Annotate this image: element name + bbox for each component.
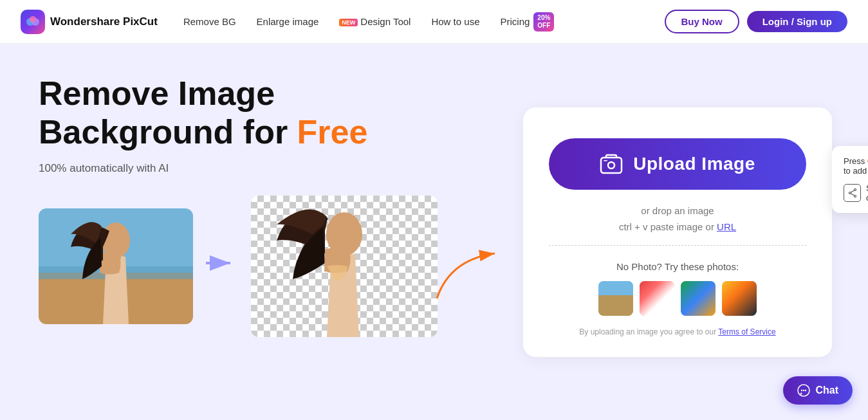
upload-card: Upload Image or drop an image ctrl + v p…	[523, 107, 832, 357]
logo-area[interactable]: Wondershare PixCut	[21, 10, 158, 34]
chat-icon	[797, 384, 810, 397]
sample-photo-1[interactable]	[598, 281, 633, 316]
hero-title: Remove Image Background for Free	[39, 75, 482, 152]
sample-photo-3[interactable]	[681, 281, 716, 316]
svg-rect-15	[604, 160, 607, 161]
divider	[549, 245, 806, 246]
svg-point-2	[30, 16, 36, 23]
brand-name: Wondershare PixCut	[50, 15, 158, 28]
hero-subtitle: 100% automatically with AI	[39, 162, 482, 175]
demo-area	[39, 196, 482, 337]
discount-badge: 20% OFF	[533, 12, 554, 32]
svg-point-24	[805, 390, 806, 391]
right-section: Upload Image or drop an image ctrl + v p…	[508, 44, 868, 420]
svg-point-17	[854, 195, 856, 197]
demo-result-image	[251, 196, 438, 337]
demo-arrow-right	[206, 250, 238, 282]
svg-point-14	[608, 162, 614, 169]
nav-design-tool[interactable]: NEWDesign Tool	[339, 16, 411, 27]
buy-now-button[interactable]: Buy Now	[665, 10, 739, 33]
svg-line-20	[851, 193, 854, 195]
left-section: Remove Image Background for Free 100% au…	[0, 44, 508, 420]
share-icon	[844, 184, 861, 202]
sample-photos	[549, 281, 806, 316]
logo-icon	[21, 10, 45, 34]
pricing-area[interactable]: Pricing 20% OFF	[500, 12, 554, 32]
demo-original-image	[39, 208, 193, 324]
curved-arrow	[430, 247, 508, 314]
svg-point-23	[803, 390, 804, 391]
upload-image-button[interactable]: Upload Image	[549, 138, 806, 190]
upload-or-text: or drop an image	[549, 205, 806, 216]
svg-point-22	[801, 390, 802, 391]
svg-point-16	[854, 188, 856, 190]
chat-button[interactable]: Chat	[783, 376, 853, 405]
share-row: Share to get credits	[844, 183, 868, 203]
nav-links: Remove BG Enlarge image NEWDesign Tool H…	[183, 12, 649, 32]
navbar: Wondershare PixCut Remove BG Enlarge ima…	[0, 0, 868, 44]
nav-pricing[interactable]: Pricing	[500, 16, 530, 27]
try-photos-label: No Photo? Try these photos:	[549, 261, 806, 272]
url-link[interactable]: URL	[717, 221, 736, 232]
tos-link[interactable]: Terms of Service	[718, 327, 775, 336]
new-badge: NEW	[339, 19, 358, 26]
bookmark-popup: Press Ctrl + D to add bookmark Share to	[832, 146, 868, 213]
upload-icon	[600, 152, 623, 176]
svg-rect-11	[338, 248, 350, 257]
chat-label: Chat	[815, 385, 838, 396]
nav-buttons: Buy Now Login / Sign up	[665, 10, 847, 33]
tos-text: By uploading an image you agree to our T…	[549, 327, 806, 336]
svg-line-19	[851, 190, 854, 192]
login-signup-button[interactable]: Login / Sign up	[747, 11, 847, 32]
sample-photo-2[interactable]	[640, 281, 674, 316]
nav-remove-bg[interactable]: Remove BG	[183, 16, 236, 27]
sample-photo-4[interactable]	[722, 281, 757, 316]
svg-point-18	[849, 192, 851, 194]
svg-rect-7	[111, 252, 121, 260]
nav-how-to-use[interactable]: How to use	[431, 16, 479, 27]
svg-rect-13	[601, 158, 622, 173]
upload-label: Upload Image	[633, 154, 755, 174]
nav-enlarge-image[interactable]: Enlarge image	[257, 16, 319, 27]
upload-paste-text: ctrl + v paste image or URL	[549, 221, 806, 232]
main-content: Remove Image Background for Free 100% au…	[0, 44, 868, 420]
